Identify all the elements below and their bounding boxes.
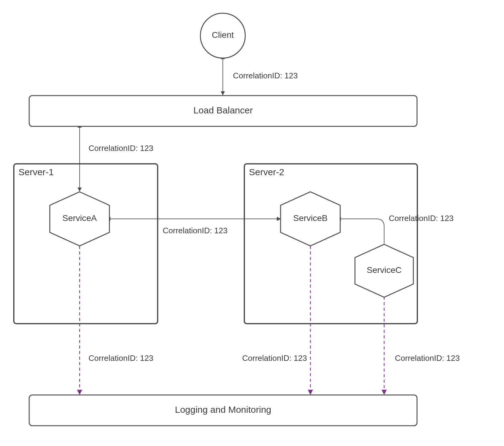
- edge-servicec-logging: CorrelationID: 123: [384, 297, 460, 394]
- edge-servicea-logging: CorrelationID: 123: [80, 246, 153, 394]
- node-loadbalancer: Load Balancer: [29, 96, 417, 126]
- edge-loadbalancer-servicea: CorrelationID: 123: [80, 127, 153, 191]
- svg-rect-7: [244, 164, 417, 324]
- edge-label-serviceb-servicec: CorrelationID: 123: [389, 214, 454, 223]
- edge-label-servicea-serviceb: CorrelationID: 123: [163, 226, 228, 235]
- node-serviceb: ServiceB: [281, 192, 340, 246]
- node-servicea: ServiceA: [50, 192, 109, 246]
- edge-label-servicea-log: CorrelationID: 123: [89, 353, 153, 363]
- node-servicec: ServiceC: [355, 244, 413, 297]
- node-label-loadbalancer: Load Balancer: [193, 105, 253, 115]
- svg-rect-6: [14, 164, 158, 324]
- edge-client-loadbalancer: CorrelationID: 123: [223, 59, 298, 95]
- node-label-servicea: ServiceA: [62, 213, 97, 223]
- group-server2: Server-2: [244, 164, 417, 324]
- node-client: Client: [200, 13, 245, 58]
- node-label-serviceb: ServiceB: [293, 213, 328, 223]
- architecture-diagram: CorrelationID: 123 CorrelationID: 123 Co…: [0, 0, 504, 446]
- node-label-servicec: ServiceC: [367, 265, 402, 275]
- edge-label-lb-servicea: CorrelationID: 123: [89, 144, 153, 153]
- node-label-logging: Logging and Monitoring: [175, 405, 271, 415]
- edge-serviceb-servicec: CorrelationID: 123: [341, 214, 454, 244]
- node-label-client: Client: [212, 30, 234, 40]
- node-logging: Logging and Monitoring: [29, 395, 417, 426]
- edge-label-client-lb: CorrelationID: 123: [233, 71, 298, 80]
- edge-label-serviceb-log: CorrelationID: 123: [242, 353, 307, 363]
- edge-label-servicec-log: CorrelationID: 123: [395, 353, 460, 363]
- edge-servicea-serviceb: CorrelationID: 123: [110, 219, 281, 235]
- group-label-server2: Server-2: [249, 167, 284, 177]
- group-server1: Server-1: [14, 164, 158, 324]
- edge-serviceb-logging: CorrelationID: 123: [242, 246, 310, 394]
- group-label-server1: Server-1: [18, 167, 54, 177]
